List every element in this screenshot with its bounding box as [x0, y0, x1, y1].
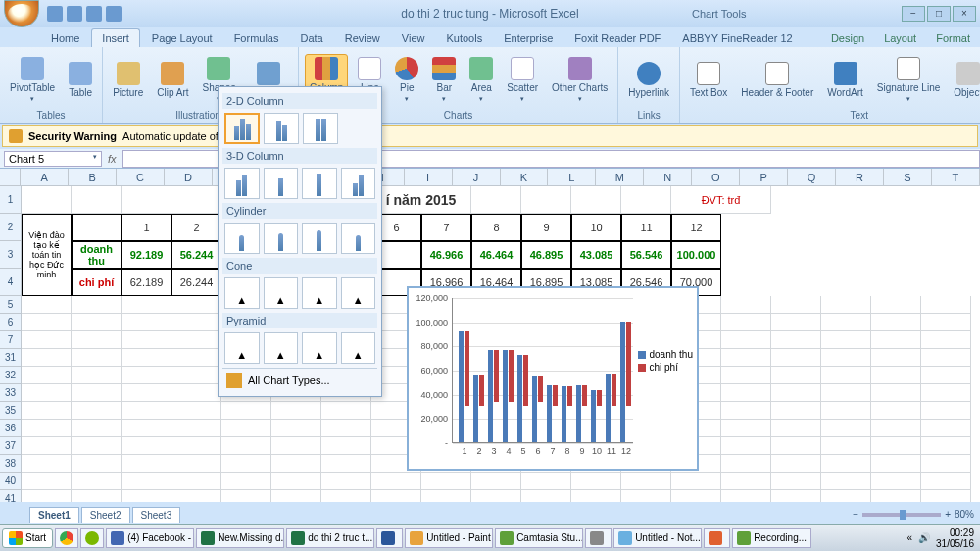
- row-header[interactable]: 7: [0, 331, 22, 349]
- chart-type-pyramid-2[interactable]: ▲: [264, 332, 299, 364]
- taskbar-item[interactable]: Untitled - Not...: [613, 528, 702, 548]
- worksheet-grid[interactable]: ABCDEFGHIJKLMNOPQRST 1í năm 2015ĐVT: trđ…: [0, 169, 980, 502]
- cell[interactable]: [22, 490, 72, 502]
- col-header[interactable]: R: [836, 169, 884, 185]
- cell[interactable]: [921, 455, 971, 473]
- cell[interactable]: [122, 186, 172, 214]
- cell[interactable]: [721, 314, 771, 331]
- cell[interactable]: 9: [521, 214, 571, 241]
- row-header[interactable]: 38: [0, 455, 22, 473]
- cell[interactable]: [72, 349, 122, 367]
- chart-type-100-stacked-column[interactable]: [303, 113, 338, 144]
- tab-insert[interactable]: Insert: [91, 28, 140, 47]
- taskbar-item[interactable]: Camtasia Stu...: [495, 528, 583, 548]
- col-header[interactable]: S: [884, 169, 932, 185]
- maximize-button[interactable]: □: [927, 6, 951, 22]
- cell[interactable]: [821, 455, 871, 473]
- cell[interactable]: [22, 331, 72, 349]
- bar-series-1[interactable]: [488, 350, 493, 442]
- cell[interactable]: [821, 420, 871, 437]
- cell[interactable]: [122, 490, 172, 502]
- cell[interactable]: 11: [621, 214, 671, 241]
- bar-chart-button[interactable]: Bar▾: [428, 55, 460, 105]
- cell[interactable]: [72, 296, 122, 314]
- cell[interactable]: [771, 473, 821, 490]
- cell[interactable]: [721, 420, 771, 437]
- bar-series-2[interactable]: [612, 374, 616, 406]
- tab-enterprise[interactable]: Enterprise: [494, 29, 563, 47]
- cell[interactable]: 56.244: [172, 241, 221, 269]
- cell[interactable]: [821, 349, 871, 367]
- cell[interactable]: [72, 490, 122, 502]
- row-header[interactable]: 33: [0, 384, 22, 402]
- cell[interactable]: [421, 473, 471, 490]
- cell[interactable]: [821, 367, 871, 384]
- cell[interactable]: [221, 402, 271, 420]
- cell[interactable]: [122, 473, 172, 490]
- picture-button[interactable]: Picture: [109, 60, 147, 100]
- chart-type-cylinder-3[interactable]: [302, 223, 337, 254]
- row-header[interactable]: 1: [0, 186, 22, 214]
- col-header[interactable]: P: [740, 169, 788, 185]
- cell[interactable]: [221, 437, 271, 455]
- column-chart-dropdown[interactable]: 2-D Column 3-D Column Cylinder Cone ▲ ▲ …: [218, 86, 382, 397]
- cell[interactable]: [321, 420, 371, 437]
- cell[interactable]: [22, 402, 72, 420]
- cell[interactable]: [271, 455, 321, 473]
- cell[interactable]: 43.085: [571, 241, 621, 269]
- bar-series-2[interactable]: [582, 385, 587, 406]
- cell[interactable]: [771, 455, 821, 473]
- taskbar-item[interactable]: [585, 528, 612, 548]
- cell[interactable]: [321, 437, 371, 455]
- bar-series-1[interactable]: [547, 385, 552, 442]
- cell[interactable]: [172, 331, 221, 349]
- cell[interactable]: [22, 314, 72, 331]
- row-header[interactable]: 40: [0, 473, 22, 490]
- bar-series-2[interactable]: [494, 350, 499, 402]
- cell[interactable]: [871, 490, 921, 502]
- save-icon[interactable]: [47, 6, 63, 22]
- cell[interactable]: [671, 490, 721, 502]
- object-button[interactable]: Object: [950, 60, 980, 100]
- cell[interactable]: [871, 384, 921, 402]
- cell[interactable]: [871, 455, 921, 473]
- cell[interactable]: [321, 490, 371, 502]
- cell[interactable]: í năm 2015: [371, 186, 471, 214]
- bar-series-2[interactable]: [523, 355, 528, 406]
- row-header[interactable]: 37: [0, 437, 22, 455]
- cell[interactable]: [22, 296, 72, 314]
- minimize-button[interactable]: −: [902, 6, 925, 22]
- cell[interactable]: [72, 437, 122, 455]
- cell[interactable]: [471, 490, 521, 502]
- cell[interactable]: [871, 437, 921, 455]
- cell[interactable]: [22, 186, 72, 214]
- fx-icon[interactable]: fx: [108, 153, 117, 165]
- cell[interactable]: [72, 420, 122, 437]
- scatter-chart-button[interactable]: Scatter▾: [503, 55, 542, 105]
- bar-series-1[interactable]: [473, 375, 478, 442]
- cell[interactable]: 10: [571, 214, 621, 241]
- taskbar-item[interactable]: (4) Facebook - ...: [106, 528, 194, 548]
- cell[interactable]: [22, 420, 72, 437]
- cell[interactable]: [321, 473, 371, 490]
- cell[interactable]: [122, 349, 172, 367]
- redo-icon[interactable]: [86, 6, 102, 22]
- bar-series-1[interactable]: [591, 390, 596, 442]
- textbox-button[interactable]: Text Box: [686, 60, 731, 100]
- cell[interactable]: 56.546: [621, 241, 671, 269]
- cell[interactable]: [621, 490, 671, 502]
- cell[interactable]: [22, 349, 72, 367]
- chart-type-3d-column[interactable]: [341, 168, 376, 199]
- chart-type-cone-4[interactable]: ▲: [341, 277, 376, 309]
- chart-type-stacked-column[interactable]: [264, 113, 299, 144]
- cell[interactable]: [871, 296, 921, 314]
- cell[interactable]: 46.966: [421, 241, 471, 269]
- cell[interactable]: [72, 455, 122, 473]
- cell[interactable]: [771, 384, 821, 402]
- chart-type-3d-100stacked[interactable]: [302, 168, 337, 199]
- col-header[interactable]: O: [692, 169, 740, 185]
- chart-type-cylinder-1[interactable]: [224, 223, 260, 254]
- cell[interactable]: [471, 473, 521, 490]
- row-header[interactable]: 5: [0, 296, 22, 314]
- cell[interactable]: [172, 314, 221, 331]
